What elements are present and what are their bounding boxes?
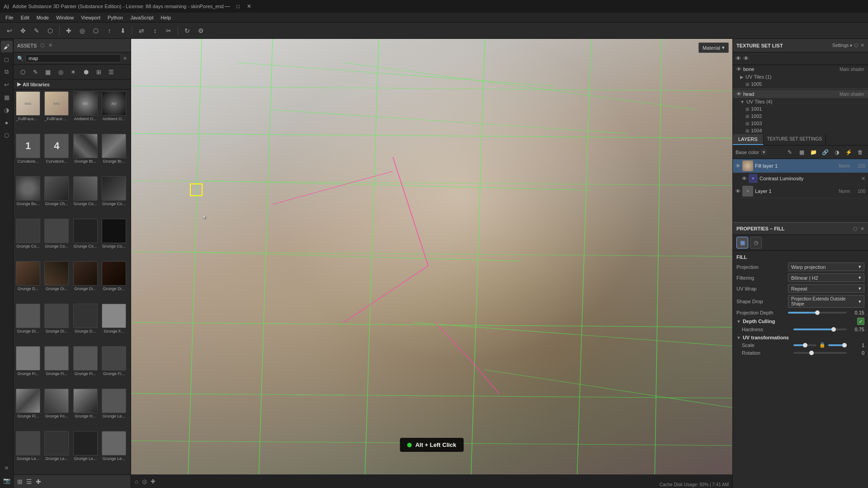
layers-left-icon[interactable]: ≡ — [1, 462, 13, 474]
layer-blend-mode[interactable]: Norm — [839, 164, 850, 169]
list-item[interactable]: Grunge Bu... — [15, 176, 41, 209]
menu-edit[interactable]: Edit — [17, 14, 33, 21]
fill-layer-btn[interactable]: ▦ — [797, 147, 807, 157]
download-button[interactable]: ⬇ — [117, 25, 129, 37]
list-item[interactable]: Grunge Co... — [101, 219, 127, 251]
tab-tss[interactable]: TEXTURE SET SETTINGS — [764, 134, 826, 145]
props-close-icon[interactable]: ✕ — [860, 226, 864, 232]
layer-row[interactable]: 👁 ✎ Layer 1 Norm 100 — [733, 184, 868, 198]
list-item[interactable]: Grunge Co... — [73, 219, 98, 251]
list-item[interactable]: AO Ambient O... — [101, 91, 127, 124]
layer2-blend-mode[interactable]: Norm — [839, 189, 850, 194]
paint-layer-btn[interactable]: ✎ — [785, 147, 795, 157]
projection-dropdown[interactable]: Warp projection ▾ — [788, 263, 864, 271]
maximize-button[interactable]: □ — [235, 3, 242, 10]
up-button[interactable]: ↑ — [104, 25, 115, 37]
filter-alpha-btn[interactable]: ◎ — [55, 66, 66, 77]
resize-button[interactable]: ↕ — [149, 25, 161, 37]
layer2-eye-icon[interactable]: 👁 — [736, 188, 741, 194]
lock-icon[interactable]: 🔒 — [819, 342, 826, 348]
search-input[interactable] — [25, 54, 121, 62]
viewport[interactable]: + Material ▾ Alt + Left Click ⌂ ◎ ✚ Cach… — [131, 39, 732, 488]
add-button[interactable]: ✚ — [63, 25, 75, 37]
smudge-icon[interactable]: ↩ — [1, 79, 13, 90]
assets-collapse-icon[interactable]: ⬡ — [40, 42, 45, 48]
list-item[interactable]: Grunge F... — [101, 304, 127, 336]
rotation-center-thumb[interactable] — [809, 351, 814, 355]
list-item[interactable]: Grunge Di... — [44, 261, 69, 294]
tsl-head-uv-tiles[interactable]: ▼ UV Tiles (4) — [733, 98, 868, 105]
depth-culling-section[interactable]: ▼ Depth Culling — [736, 318, 864, 325]
fill-icon[interactable]: ▦ — [1, 91, 13, 103]
layer2-opacity[interactable]: 100 — [852, 189, 865, 194]
color-icon[interactable]: ● — [1, 117, 13, 128]
list-item[interactable]: Grunge Co... — [44, 219, 69, 251]
list-item[interactable]: Grunge Le... — [101, 431, 127, 464]
filter-env-btn[interactable]: ☀ — [68, 66, 79, 77]
uv-transform-section[interactable]: ▼ UV transformations — [736, 335, 864, 340]
layer-opacity[interactable]: 100 — [852, 164, 865, 169]
list-item[interactable]: 1 Curvature... — [15, 134, 41, 166]
tsl-eye-icon[interactable]: 👁 — [736, 55, 741, 62]
list-item[interactable]: Grunge Fi... — [73, 346, 98, 379]
search-clear-icon[interactable]: ✕ — [123, 56, 127, 61]
undo-button[interactable]: ↩ — [4, 25, 15, 37]
list-item[interactable]: Grunge Di... — [15, 304, 41, 336]
props-uv-tab[interactable]: ◷ — [750, 237, 762, 249]
assets-grid-icon[interactable]: ⊞ — [17, 478, 23, 485]
camera-reset-icon[interactable]: ◎ — [142, 478, 147, 485]
layer-sub-row[interactable]: 👁 ✦ Contrast Luminosity ✕ — [733, 173, 868, 184]
menu-mode[interactable]: Mode — [33, 14, 53, 21]
uv-wrap-dropdown[interactable]: Repeat ▾ — [788, 284, 864, 293]
base-color-dropdown[interactable]: ▾ — [761, 149, 767, 155]
mask-btn[interactable]: ◑ — [832, 147, 842, 157]
home-icon[interactable]: ⌂ — [135, 478, 138, 485]
menu-window[interactable]: Window — [52, 14, 77, 21]
tab-layers[interactable]: LAYERS — [733, 134, 764, 145]
eraser-icon[interactable]: ◻ — [1, 53, 13, 65]
folder-btn[interactable]: 📁 — [808, 147, 818, 157]
list-item[interactable]: Grunge Le... — [15, 431, 41, 464]
settings-button[interactable]: ⚙ — [195, 25, 207, 37]
projection-depth-slider[interactable] — [788, 312, 847, 314]
list-item[interactable]: Grunge Br... — [73, 134, 98, 166]
list-item[interactable]: Grunge Di... — [73, 261, 98, 294]
list-item[interactable]: Grunge Le... — [44, 431, 69, 464]
list-item[interactable]: Grunge Co... — [15, 219, 41, 251]
filter-3d-btn[interactable]: ⬢ — [80, 66, 91, 77]
paint-button[interactable]: ✎ — [31, 25, 42, 37]
tsl-head-header[interactable]: 👁 head Main shader — [733, 90, 868, 98]
expand-arrow-icon[interactable]: ▶ — [17, 81, 21, 87]
menu-help[interactable]: Help — [157, 14, 175, 21]
tsl-head-tile-1004[interactable]: ⊞ 1004 — [733, 127, 868, 134]
list-item[interactable]: Grunge Fi... — [15, 346, 41, 379]
material-dropdown[interactable]: Material ▾ — [698, 42, 729, 53]
list-item[interactable]: Grunge Fi... — [101, 346, 127, 379]
link-btn[interactable]: 🔗 — [820, 147, 830, 157]
add-viewport-icon[interactable]: ✚ — [151, 478, 156, 485]
scissors-button[interactable]: ✂ — [163, 25, 175, 37]
tsl-bone-header[interactable]: 👁 bone Main shader — [733, 65, 868, 73]
filter-list-btn[interactable]: ☰ — [106, 66, 117, 77]
tsl-head-tile-1003[interactable]: ⊞ 1003 — [733, 120, 868, 127]
filter-eye-icon[interactable]: 👁 — [742, 176, 747, 181]
poly-button[interactable]: ⬡ — [90, 25, 102, 37]
list-item[interactable]: Grunge Di... — [101, 261, 127, 294]
material-button[interactable]: ⬡ — [44, 25, 56, 37]
list-item[interactable]: Grunge Fl... — [15, 389, 41, 421]
tsl-head-tile-1001[interactable]: ⊞ 1001 — [733, 105, 868, 113]
refresh-button[interactable]: ↻ — [181, 25, 193, 37]
list-item[interactable]: Grunge Le... — [101, 389, 127, 421]
menu-python[interactable]: Python — [104, 14, 127, 21]
scale-slider[interactable] — [793, 344, 816, 346]
list-item[interactable]: Grunge Di... — [44, 304, 69, 336]
close-button[interactable]: ✕ — [245, 3, 253, 10]
layer-row[interactable]: 👁 Fill layer 1 Norm 100 — [733, 159, 868, 173]
list-item[interactable]: AO Ambient O... — [73, 91, 98, 124]
list-item[interactable]: IMG _FullFaceM... — [15, 91, 41, 124]
clone-icon[interactable]: ⧉ — [1, 66, 13, 78]
assets-close-icon[interactable]: ✕ — [48, 42, 52, 48]
list-item[interactable]: Grunge D... — [15, 261, 41, 294]
list-item[interactable]: IMG _FullFaceM... — [44, 91, 69, 124]
filter-material-btn[interactable]: ⬡ — [17, 66, 28, 77]
